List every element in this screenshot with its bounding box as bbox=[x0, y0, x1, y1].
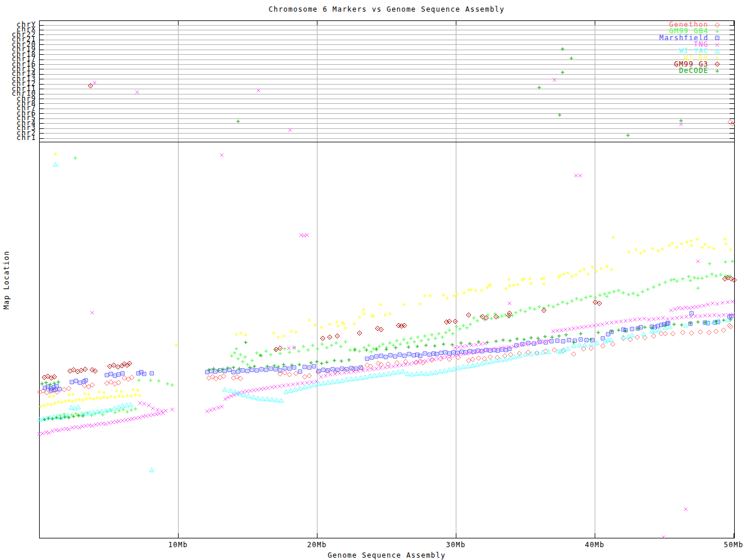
x-tick-label: 30Mb bbox=[438, 541, 473, 549]
series-wi-yac bbox=[37, 162, 730, 472]
series-decode bbox=[40, 47, 732, 421]
plot-area bbox=[0, 0, 747, 560]
chart-title: Chromosome 6 Markers vs Genome Sequence … bbox=[39, 5, 734, 13]
legend-label: DeCODE bbox=[605, 68, 708, 74]
gridlines bbox=[39, 20, 734, 538]
legend-label: Marshfield bbox=[605, 35, 708, 41]
axis-ticks bbox=[39, 20, 734, 538]
chart-page: { "chart_data": { "type": "scatter", "ti… bbox=[0, 0, 747, 560]
y-axis-title: Map Location bbox=[2, 250, 11, 309]
series-gm99-gb4 bbox=[58, 156, 734, 418]
x-axis-title: Genome Sequence Assembly bbox=[39, 551, 734, 559]
series-marshfield bbox=[43, 312, 733, 392]
series-genethon bbox=[37, 120, 735, 395]
legend: GenethonGM99 GB4MarshfieldTNGWI YACWI RH… bbox=[605, 22, 726, 74]
x-tick-label: 40Mb bbox=[577, 541, 612, 549]
x-tick-label: 20Mb bbox=[299, 541, 334, 549]
x-tick-label: 10Mb bbox=[160, 541, 196, 549]
legend-marker-icon bbox=[708, 67, 726, 75]
legend-row: DeCODE bbox=[605, 68, 726, 74]
series-wi-rh bbox=[39, 152, 732, 408]
series-tng bbox=[37, 78, 735, 539]
chromosome-label: chr1 bbox=[0, 135, 36, 142]
x-tick-label: 50Mb bbox=[716, 541, 747, 549]
plot-border bbox=[39, 20, 734, 538]
